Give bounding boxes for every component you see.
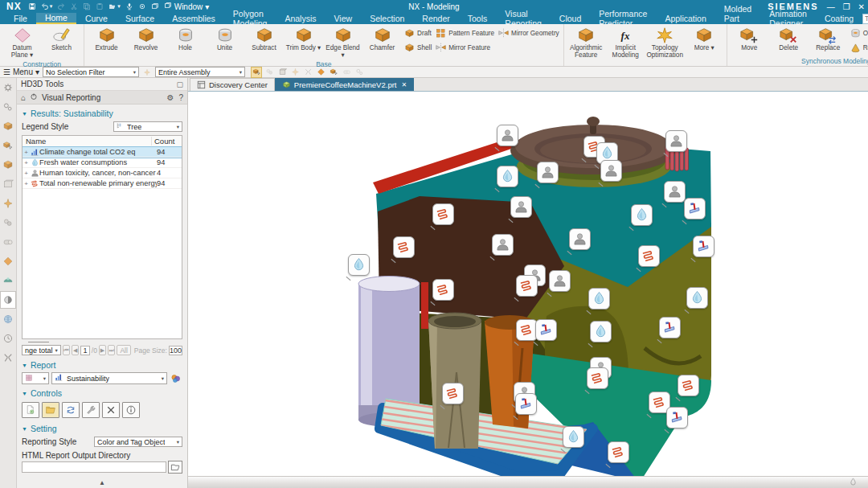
controls-section-header[interactable]: ▼ Controls — [17, 384, 187, 400]
selection-tool-icon-8[interactable] — [342, 68, 351, 77]
resource-bar-item-hd3d[interactable] — [1, 292, 15, 308]
table-row[interactable]: +Human toxicity, cancer, non-cancer4 — [23, 168, 182, 178]
paste-icon[interactable] — [96, 2, 104, 10]
algorithmic-feature-button[interactable]: Algorithmic Feature — [567, 25, 606, 60]
ribbon-tab-assemblies[interactable]: Assemblies — [163, 13, 224, 24]
column-header-count[interactable]: Count — [151, 137, 182, 146]
tag-water[interactable] — [631, 204, 653, 226]
sketch-button[interactable]: Sketch — [42, 25, 81, 53]
undo-icon[interactable]: ▾ — [41, 2, 53, 10]
setting-section-header[interactable]: ▼ Setting — [17, 420, 187, 436]
ribbon-tab-performance-predictor[interactable]: Performance Predictor — [590, 13, 656, 24]
touch-icon[interactable] — [138, 2, 146, 10]
tag-person[interactable] — [492, 234, 514, 256]
save-icon[interactable] — [28, 2, 36, 10]
ribbon-tab-selection[interactable]: Selection — [361, 13, 413, 24]
tag-person[interactable] — [510, 196, 532, 218]
pattern-feature-button[interactable]: Pattern Feature — [433, 27, 496, 40]
close-tab-icon[interactable]: ✕ — [401, 81, 407, 88]
subtract-button[interactable]: Subtract — [244, 25, 284, 53]
panel-collapse-handle[interactable]: ▲ — [17, 479, 187, 488]
selection-tool-icon-9[interactable] — [354, 68, 364, 77]
topology-optimization-button[interactable]: Topology Optimization — [645, 25, 685, 60]
prev-page-button[interactable]: ◀ — [72, 345, 79, 355]
ribbon-tab-file[interactable]: File — [5, 13, 36, 24]
expand-icon[interactable]: + — [23, 170, 30, 177]
chamfer-button[interactable]: Chamfer — [362, 25, 402, 53]
page-number-field[interactable]: 1 — [80, 346, 90, 355]
shell-button[interactable]: Shell — [402, 41, 433, 55]
command-search[interactable] — [862, 14, 868, 24]
resource-bar-item-roll[interactable] — [1, 234, 15, 250]
resource-bar-item-cube[interactable] — [1, 157, 15, 173]
results-section-header[interactable]: ▼ Results: Sustainability — [17, 105, 187, 121]
ribbon-tab-curve[interactable]: Curve — [76, 13, 117, 24]
tag-water[interactable] — [588, 288, 610, 310]
mirror-feature-button[interactable]: Mirror Feature — [433, 41, 496, 55]
resource-bar-item-cube[interactable] — [1, 118, 15, 134]
resource-bar-item-cubesel[interactable] — [1, 137, 15, 154]
ribbon-tab-application[interactable]: Application — [656, 13, 714, 24]
tag-thermo[interactable] — [659, 317, 681, 338]
tag-person[interactable] — [665, 130, 687, 152]
delete-button[interactable]: Delete — [769, 25, 809, 53]
edge-blend-button[interactable]: Edge Blend ▾ — [323, 25, 362, 60]
tag-water[interactable] — [686, 287, 708, 309]
tag-thermo[interactable] — [684, 198, 706, 219]
all-pages-button[interactable]: All — [117, 345, 130, 355]
table-row[interactable]: +Fresh water consumptions94 — [23, 158, 182, 168]
unite-button[interactable]: Unite — [205, 25, 244, 53]
expand-icon[interactable]: + — [23, 180, 30, 187]
selection-scope-combo[interactable]: Entire Assembly▾ — [155, 67, 245, 77]
menu-button[interactable]: ☰ Menu ▾ — [3, 68, 39, 76]
redo-icon[interactable] — [57, 2, 65, 10]
ribbon-tab-molded-part-design[interactable]: Molded Part Design — [715, 13, 760, 24]
more-button[interactable]: More ▾ — [685, 25, 724, 53]
report-section-header[interactable]: ▼ Report — [17, 356, 187, 372]
resource-bar-item-gear[interactable] — [1, 80, 15, 96]
next-page-button[interactable]: ▶ — [99, 345, 106, 355]
tag-heat[interactable] — [587, 367, 608, 389]
selection-tool-icon-6[interactable] — [316, 68, 326, 77]
doc-tab-discovery-center[interactable]: Discovery Center — [190, 78, 275, 91]
open-icon[interactable]: ▾ — [108, 2, 121, 10]
tag-heat[interactable] — [638, 245, 660, 267]
replace-button[interactable]: Replace — [809, 25, 848, 53]
resource-bar-item-diamond[interactable] — [1, 253, 15, 269]
ribbon-tab-home[interactable]: Home — [36, 13, 76, 24]
tag-heat[interactable] — [678, 375, 699, 396]
extrude-button[interactable]: Extrude — [87, 25, 126, 53]
tag-water[interactable] — [497, 166, 518, 187]
resource-bar-item-globe[interactable] — [1, 311, 15, 327]
selection-tool-icon-1[interactable] — [252, 68, 261, 77]
reporting-style-combo[interactable]: Color and Tag Object▾ — [94, 437, 182, 447]
table-resize-grip[interactable] — [28, 342, 49, 342]
tag-heat[interactable] — [516, 275, 538, 297]
report-type-combo[interactable]: ▾ — [22, 372, 49, 384]
report-info-button[interactable] — [122, 402, 140, 418]
resize-blend-button[interactable]: Resize Blend — [848, 41, 868, 55]
report-combo[interactable]: Sustainability▾ — [51, 372, 167, 384]
resource-bar-item-shellg[interactable] — [1, 273, 15, 289]
tag-person[interactable] — [537, 162, 559, 183]
float-panel-icon[interactable]: ▢ — [176, 80, 183, 88]
tag-water[interactable] — [563, 426, 584, 448]
revolve-button[interactable]: Revolve — [126, 25, 166, 53]
resource-bar-item-spark[interactable] — [1, 195, 15, 211]
datum-plane-button[interactable]: Datum Plane ▾ — [2, 25, 42, 60]
cut-icon[interactable] — [70, 2, 78, 10]
tag-water[interactable] — [590, 321, 612, 342]
home-icon[interactable]: ⌂ — [21, 93, 26, 102]
graphics-window[interactable] — [188, 92, 868, 476]
table-row[interactable]: +Climate change total CO2 eq94 — [23, 147, 182, 158]
resource-bar-item-box[interactable] — [1, 176, 15, 192]
tag-thermo[interactable] — [666, 407, 688, 429]
tag-heat[interactable] — [442, 383, 464, 404]
selection-tool-icon-7[interactable] — [329, 68, 338, 77]
tag-person[interactable] — [664, 181, 686, 203]
implicit-modeling-button[interactable]: fxImplicit Modeling — [606, 25, 645, 60]
page-size-field[interactable]: 100 — [169, 346, 182, 355]
first-page-button[interactable]: ⏮ — [63, 345, 70, 355]
pager-result-combo[interactable]: nge total▾ — [22, 345, 61, 355]
panel-help-icon[interactable]: ? — [178, 93, 183, 102]
